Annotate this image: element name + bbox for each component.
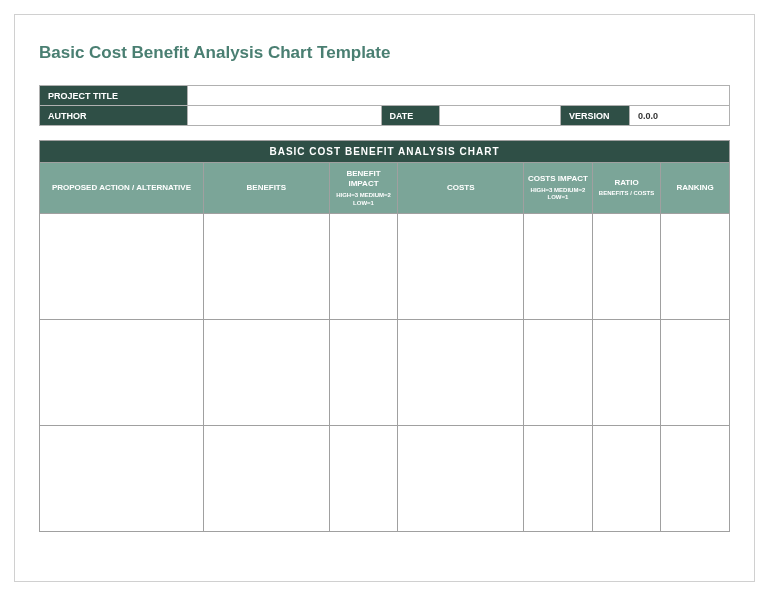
cell-benefits[interactable] bbox=[203, 426, 329, 532]
cell-cimpact[interactable] bbox=[524, 320, 593, 426]
project-title-value[interactable] bbox=[188, 86, 730, 106]
chart-heading: BASIC COST BENEFIT ANALYSIS CHART bbox=[40, 141, 730, 163]
benefit-impact-label: BENEFIT IMPACT bbox=[346, 169, 380, 188]
col-header-ratio: RATIO BENEFITS / COSTS bbox=[592, 163, 661, 214]
project-title-label: PROJECT TITLE bbox=[40, 86, 188, 106]
costs-impact-label: COSTS IMPACT bbox=[528, 174, 588, 183]
cell-costs[interactable] bbox=[398, 214, 524, 320]
cell-costs[interactable] bbox=[398, 426, 524, 532]
col-header-ranking: RANKING bbox=[661, 163, 730, 214]
cell-ranking[interactable] bbox=[661, 320, 730, 426]
cell-cimpact[interactable] bbox=[524, 426, 593, 532]
date-label: DATE bbox=[381, 106, 440, 126]
cell-benefits[interactable] bbox=[203, 214, 329, 320]
col-header-benefits: BENEFITS bbox=[203, 163, 329, 214]
cell-ranking[interactable] bbox=[661, 426, 730, 532]
table-row bbox=[40, 426, 730, 532]
analysis-table: BASIC COST BENEFIT ANALYSIS CHART PROPOS… bbox=[39, 140, 730, 532]
cell-bimpact[interactable] bbox=[329, 214, 398, 320]
table-row bbox=[40, 214, 730, 320]
cell-ratio[interactable] bbox=[592, 426, 661, 532]
cell-bimpact[interactable] bbox=[329, 320, 398, 426]
benefit-impact-scale: HIGH=3 MEDIUM=2 LOW=1 bbox=[332, 192, 396, 208]
table-row bbox=[40, 320, 730, 426]
col-header-proposed-action: PROPOSED ACTION / ALTERNATIVE bbox=[40, 163, 204, 214]
cell-action[interactable] bbox=[40, 426, 204, 532]
ratio-label: RATIO bbox=[614, 178, 638, 187]
author-value[interactable] bbox=[188, 106, 381, 126]
page-title: Basic Cost Benefit Analysis Chart Templa… bbox=[39, 43, 730, 63]
col-header-benefit-impact: BENEFIT IMPACT HIGH=3 MEDIUM=2 LOW=1 bbox=[329, 163, 398, 214]
ratio-sub: BENEFITS / COSTS bbox=[595, 190, 659, 198]
col-header-costs-impact: COSTS IMPACT HIGH=3 MEDIUM=2 LOW=1 bbox=[524, 163, 593, 214]
cell-cimpact[interactable] bbox=[524, 214, 593, 320]
cell-ratio[interactable] bbox=[592, 320, 661, 426]
version-value[interactable]: 0.0.0 bbox=[629, 106, 729, 126]
cell-costs[interactable] bbox=[398, 320, 524, 426]
cell-action[interactable] bbox=[40, 320, 204, 426]
date-value[interactable] bbox=[440, 106, 561, 126]
cell-ratio[interactable] bbox=[592, 214, 661, 320]
author-label: AUTHOR bbox=[40, 106, 188, 126]
version-label: VERSION bbox=[560, 106, 629, 126]
costs-impact-scale: HIGH=3 MEDIUM=2 LOW=1 bbox=[526, 187, 590, 203]
cell-ranking[interactable] bbox=[661, 214, 730, 320]
cell-bimpact[interactable] bbox=[329, 426, 398, 532]
meta-table: PROJECT TITLE AUTHOR DATE VERSION 0.0.0 bbox=[39, 85, 730, 126]
document-page: Basic Cost Benefit Analysis Chart Templa… bbox=[14, 14, 755, 582]
cell-benefits[interactable] bbox=[203, 320, 329, 426]
cell-action[interactable] bbox=[40, 214, 204, 320]
col-header-costs: COSTS bbox=[398, 163, 524, 214]
